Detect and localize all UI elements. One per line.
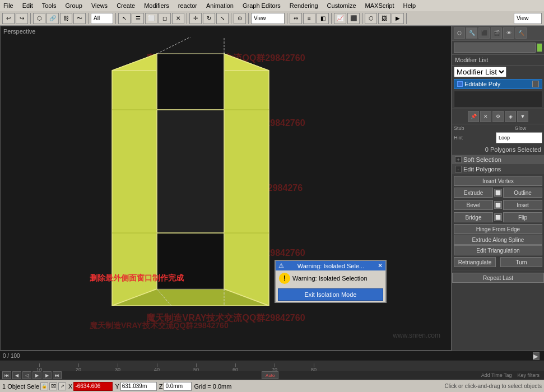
view-dropdown[interactable]: View bbox=[251, 13, 285, 24]
menu-create[interactable]: Create bbox=[115, 2, 136, 9]
menu-maxscript[interactable]: MAXScript bbox=[364, 2, 396, 9]
curve-x-icon[interactable]: ⌧ bbox=[49, 382, 57, 390]
link-button[interactable]: 🔗 bbox=[47, 13, 59, 24]
outline-button[interactable]: Outline bbox=[503, 188, 542, 198]
bind-to-space-warp[interactable]: 〜 bbox=[73, 13, 86, 24]
move-button[interactable]: ✛ bbox=[189, 13, 202, 24]
modifier-dropdown[interactable]: Modifier List bbox=[454, 67, 506, 77]
flip-button[interactable]: Flip bbox=[503, 212, 542, 222]
toolbar-separator-4 bbox=[187, 13, 187, 24]
select-button[interactable]: ⬡ bbox=[33, 13, 45, 24]
retriangulate-button[interactable]: Retriangulate bbox=[454, 257, 496, 267]
select-filter-dropdown[interactable]: All bbox=[91, 13, 113, 24]
timeline-play-back[interactable]: ◁ bbox=[22, 371, 31, 379]
rect-select-button[interactable]: ⬜ bbox=[145, 13, 157, 24]
menu-tools[interactable]: Tools bbox=[41, 2, 58, 9]
inset-button[interactable]: Inset bbox=[503, 200, 542, 210]
menu-edit[interactable]: Edit bbox=[21, 2, 34, 9]
rp-hierarchy-icon[interactable]: ⬛ bbox=[478, 27, 490, 39]
lock-selection-button[interactable]: 🔒 bbox=[40, 382, 48, 390]
exit-isolation-button[interactable]: Exit Isolation Mode bbox=[278, 288, 383, 301]
unlink-button[interactable]: ⛓ bbox=[60, 13, 72, 24]
menu-file[interactable]: File bbox=[2, 2, 15, 9]
main-area: Perspective 魔天制造VRAY技术交流QQ群29842760 魔天制造… bbox=[0, 26, 544, 351]
timeline-prev-frame[interactable]: ◀ bbox=[12, 371, 21, 379]
warning-close-button[interactable]: ✕ bbox=[378, 262, 383, 269]
rp-utilities-icon[interactable]: 🔨 bbox=[515, 27, 527, 39]
extrude-button[interactable]: Extrude bbox=[454, 188, 493, 198]
extrude-options-button[interactable]: ⬜ bbox=[494, 189, 502, 197]
remove-modifier-icon[interactable]: ✕ bbox=[480, 111, 491, 122]
redo-button[interactable]: ↪ bbox=[16, 13, 28, 24]
insert-vertex-button[interactable]: Insert Vertex bbox=[454, 176, 542, 186]
timeline-play-prev[interactable]: ⏮ bbox=[2, 371, 11, 379]
collapse-stack-icon[interactable]: ▼ bbox=[517, 111, 528, 122]
warning-icon: ⚠ bbox=[278, 262, 284, 269]
bridge-button[interactable]: Bridge bbox=[454, 212, 493, 222]
use-pivot-point[interactable]: ⊙ bbox=[234, 13, 246, 24]
editable-poly-modifier[interactable]: Editable Poly bbox=[454, 79, 542, 89]
bevel-options-button[interactable]: ⬜ bbox=[494, 201, 502, 209]
rp-display-icon[interactable]: 👁 bbox=[503, 27, 514, 39]
x-value-input[interactable] bbox=[73, 382, 113, 391]
turn-button[interactable]: Turn bbox=[500, 257, 542, 267]
scale-button[interactable]: ⤡ bbox=[216, 13, 229, 24]
timeline-play-forward[interactable]: ▶ bbox=[32, 371, 41, 379]
object-name-input[interactable]: Object07 bbox=[454, 43, 536, 53]
schematic-view[interactable]: ⬛ bbox=[347, 13, 360, 24]
soft-selection-rollout[interactable]: + Soft Selection bbox=[452, 155, 544, 165]
y-value-input[interactable] bbox=[120, 382, 157, 391]
layer-manager[interactable]: ◧ bbox=[317, 13, 329, 24]
curve-editor[interactable]: 📈 bbox=[334, 13, 346, 24]
timeline-play-next[interactable]: ⏭ bbox=[53, 371, 62, 379]
crossing-button[interactable]: ✕ bbox=[172, 13, 184, 24]
select-window-button[interactable]: ◻ bbox=[159, 13, 171, 24]
rp-modify-icon[interactable]: 🔧 bbox=[466, 27, 477, 39]
timeline-arrow-btn[interactable]: ▶ bbox=[533, 352, 540, 360]
modifier-list-label: Modifier List bbox=[452, 55, 544, 66]
menu-help[interactable]: Help bbox=[402, 2, 417, 9]
rp-create-icon[interactable]: ⬡ bbox=[454, 27, 465, 39]
soft-selection-label: Soft Selection bbox=[463, 156, 501, 163]
mirror-button[interactable]: ⇔ bbox=[290, 13, 302, 24]
z-value-input[interactable] bbox=[164, 382, 192, 391]
align-button[interactable]: ≡ bbox=[303, 13, 315, 24]
warning-dialog-title: ⚠ Warning: Isolated Sele... ✕ bbox=[276, 261, 385, 270]
timeline-slider[interactable]: 10 20 30 40 50 60 70 80 bbox=[0, 361, 544, 371]
menu-animation[interactable]: Animation bbox=[205, 2, 235, 9]
pin-stack-icon[interactable]: 📌 bbox=[468, 111, 479, 122]
render-setup[interactable]: 🖼 bbox=[378, 13, 390, 24]
edit-triangulation-button[interactable]: Edit Triangulation bbox=[454, 245, 542, 255]
auto-key-button[interactable]: Auto bbox=[262, 371, 278, 379]
menu-views[interactable]: Views bbox=[90, 2, 109, 9]
modifier-options-box[interactable] bbox=[532, 81, 539, 87]
menu-group[interactable]: Group bbox=[64, 2, 83, 9]
render-button[interactable]: ▶ bbox=[392, 13, 404, 24]
menu-modifiers[interactable]: Modifiers bbox=[143, 2, 170, 9]
hinge-from-edge-button[interactable]: Hinge From Edge bbox=[454, 224, 542, 234]
timeline-track[interactable]: 0 / 100 ▶ bbox=[0, 351, 544, 361]
bevel-button[interactable]: Bevel bbox=[454, 200, 493, 210]
menu-graph-editors[interactable]: Graph Editors bbox=[241, 2, 282, 9]
make-unique-icon[interactable]: ◈ bbox=[505, 111, 516, 122]
menu-reactor[interactable]: reactor bbox=[177, 2, 198, 9]
extrude-along-spline-button[interactable]: Extrude Along Spline bbox=[454, 235, 542, 245]
rotate-button[interactable]: ↻ bbox=[203, 13, 215, 24]
object-color-swatch[interactable] bbox=[537, 43, 542, 52]
select-object-button[interactable]: ↖ bbox=[118, 13, 131, 24]
move-transform-icon[interactable]: ↗ bbox=[58, 382, 66, 390]
edit-polygons-rollout[interactable]: - Edit Polygons bbox=[452, 165, 544, 174]
menu-rendering[interactable]: Rendering bbox=[289, 2, 319, 9]
configure-modifier-icon[interactable]: ⚙ bbox=[492, 111, 504, 122]
viewport[interactable]: Perspective 魔天制造VRAY技术交流QQ群29842760 魔天制造… bbox=[0, 26, 452, 351]
material-editor[interactable]: ⬡ bbox=[365, 13, 377, 24]
select-by-name-button[interactable]: ☰ bbox=[132, 13, 144, 24]
rp-motion-icon[interactable]: 🎬 bbox=[491, 27, 502, 39]
loop-dropdown[interactable]: Loop bbox=[496, 132, 542, 143]
viewport-label-dropdown[interactable]: View bbox=[514, 13, 542, 24]
menu-customize[interactable]: Customize bbox=[326, 2, 357, 9]
undo-button[interactable]: ↩ bbox=[2, 13, 15, 24]
repeat-last-button[interactable]: Repeat Last bbox=[452, 273, 544, 283]
bridge-options-button[interactable]: ⬜ bbox=[494, 213, 502, 221]
timeline-next-frame[interactable]: ▶ bbox=[43, 371, 52, 379]
